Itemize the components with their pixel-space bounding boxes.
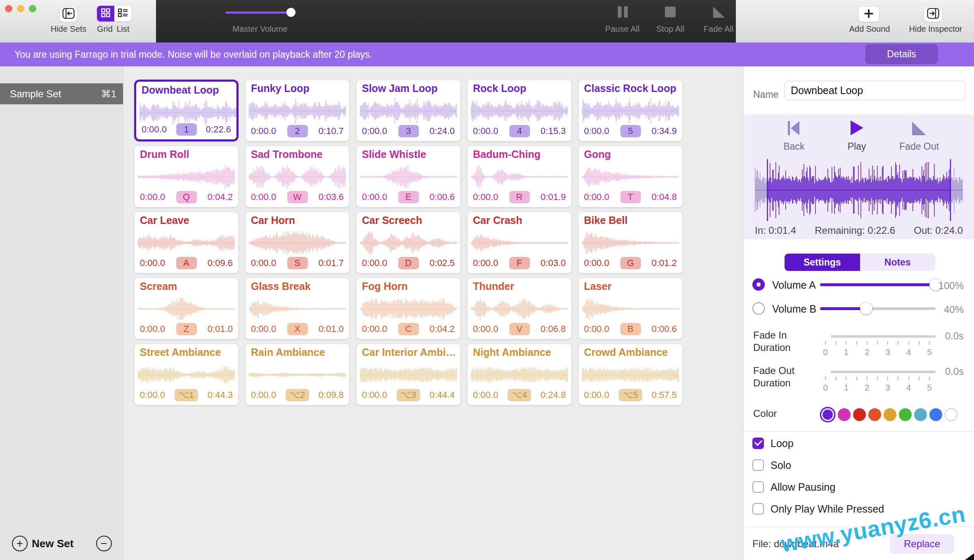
volume-b-slider[interactable] bbox=[820, 302, 936, 315]
sound-meta: 0:00.0 ⌥4 0:24.8 bbox=[473, 389, 566, 401]
sound-tile[interactable]: Car Leave 0:00.0 A 0:09.6 bbox=[134, 212, 239, 273]
sound-duration: 0:00.6 bbox=[652, 324, 677, 334]
hide-inspector-icon bbox=[927, 8, 939, 21]
sound-tile[interactable]: Funky Loop 0:00.0 2 0:10.7 bbox=[245, 80, 350, 141]
sound-tile[interactable]: Car Screech 0:00.0 D 0:02.5 bbox=[356, 212, 461, 273]
sound-tile[interactable]: Street Ambiance 0:00.0 ⌥1 0:44.3 bbox=[134, 344, 239, 405]
trial-banner-text: You are using Farrago in trial mode. Noi… bbox=[14, 49, 372, 60]
sound-tile[interactable]: Thunder 0:00.0 V 0:06.8 bbox=[467, 278, 572, 339]
sound-start-time: 0:00.0 bbox=[140, 192, 165, 202]
hide-inspector-button[interactable] bbox=[924, 7, 942, 22]
sound-start-time: 0:00.0 bbox=[362, 258, 387, 268]
sound-key-badge: 3 bbox=[398, 125, 419, 137]
slider-knob[interactable] bbox=[860, 302, 872, 315]
color-swatch[interactable] bbox=[821, 408, 834, 421]
color-swatch[interactable] bbox=[929, 408, 942, 421]
remove-set-button[interactable]: − bbox=[96, 536, 112, 551]
tick-label: 1 bbox=[844, 347, 849, 357]
details-button[interactable]: Details bbox=[865, 45, 938, 64]
sound-waveform bbox=[360, 361, 457, 388]
sound-tile[interactable]: Bike Bell 0:00.0 G 0:01.2 bbox=[578, 212, 683, 273]
volume-b-radio[interactable] bbox=[752, 302, 765, 315]
sound-tile[interactable]: Badum-Ching 0:00.0 R 0:01.9 bbox=[467, 146, 572, 207]
sound-tile[interactable]: Slide Whistle 0:00.0 E 0:00.6 bbox=[356, 146, 461, 207]
sound-tile[interactable]: Glass Break 0:00.0 X 0:01.0 bbox=[245, 278, 350, 339]
sound-tile[interactable]: Rock Loop 0:00.0 4 0:15.3 bbox=[467, 80, 572, 141]
fade-out-icon bbox=[911, 130, 927, 137]
master-volume-slider[interactable] bbox=[225, 12, 292, 14]
unchecked-checkbox[interactable] bbox=[752, 481, 764, 493]
master-volume-knob[interactable] bbox=[286, 8, 296, 17]
sound-tile[interactable]: Fog Horn 0:00.0 C 0:04.2 bbox=[356, 278, 461, 339]
sound-start-time: 0:00.0 bbox=[140, 258, 165, 268]
grid-view-button[interactable] bbox=[97, 6, 114, 21]
tab-settings[interactable]: Settings bbox=[785, 254, 860, 271]
sound-meta: 0:00.0 2 0:10.7 bbox=[251, 125, 344, 137]
play-button[interactable]: Play bbox=[826, 120, 888, 152]
sound-tile[interactable]: Rain Ambiance 0:00.0 ⌥2 0:09.8 bbox=[245, 344, 350, 405]
fade-out-slider[interactable] bbox=[820, 371, 936, 373]
sidebar-item-sample-set[interactable]: Sample Set ⌘1 bbox=[0, 83, 123, 104]
pause-all-icon[interactable] bbox=[617, 6, 629, 19]
sound-tile[interactable]: Downbeat Loop 0:00.0 1 0:22.6 bbox=[134, 80, 239, 141]
sound-tile[interactable]: Laser 0:00.0 B 0:00.6 bbox=[578, 278, 683, 339]
sound-tile[interactable]: Car Interior Ambi… 0:00.0 ⌥3 0:44.4 bbox=[356, 344, 461, 405]
sound-tile[interactable]: Gong 0:00.0 T 0:04.8 bbox=[578, 146, 683, 207]
master-volume-label: Master Volume bbox=[231, 24, 289, 34]
sound-tile[interactable]: Night Ambiance 0:00.0 ⌥4 0:24.8 bbox=[467, 344, 572, 405]
color-swatch[interactable] bbox=[899, 408, 912, 421]
color-swatch[interactable] bbox=[853, 408, 866, 421]
sound-meta: 0:00.0 R 0:01.9 bbox=[473, 191, 566, 203]
sound-tile[interactable]: Car Horn 0:00.0 S 0:01.7 bbox=[245, 212, 350, 273]
sound-duration: 0:02.5 bbox=[430, 258, 455, 268]
tab-notes[interactable]: Notes bbox=[860, 254, 936, 271]
sound-tile[interactable]: Crowd Ambiance 0:00.0 ⌥5 0:57.5 bbox=[578, 344, 683, 405]
name-input[interactable] bbox=[785, 81, 965, 100]
fade-in-slider[interactable] bbox=[820, 335, 936, 338]
tick-mark bbox=[835, 341, 836, 345]
inspector-waveform[interactable] bbox=[755, 159, 963, 221]
close-button[interactable] bbox=[5, 5, 12, 12]
sound-tile[interactable]: Slow Jam Loop 0:00.0 3 0:24.0 bbox=[356, 80, 461, 141]
stop-all-icon[interactable] bbox=[665, 7, 676, 17]
list-view-button[interactable] bbox=[114, 6, 132, 21]
sound-tile[interactable]: Classic Rock Loop 0:00.0 5 0:34.9 bbox=[578, 80, 683, 141]
new-set-button[interactable]: + bbox=[12, 536, 28, 551]
sound-duration: 0:22.6 bbox=[206, 124, 231, 135]
sound-waveform bbox=[360, 163, 457, 191]
sound-title: Car Crash bbox=[473, 214, 522, 226]
color-swatch[interactable] bbox=[945, 408, 957, 421]
sound-meta: 0:00.0 3 0:24.0 bbox=[362, 125, 455, 137]
volume-a-radio[interactable] bbox=[752, 278, 765, 291]
divider bbox=[743, 431, 974, 432]
sound-start-time: 0:00.0 bbox=[584, 258, 609, 268]
sound-tile[interactable]: Sad Trombone 0:00.0 W 0:03.6 bbox=[245, 146, 350, 207]
unchecked-checkbox[interactable] bbox=[752, 459, 764, 471]
back-button[interactable]: Back bbox=[763, 120, 825, 152]
hide-sets-button[interactable] bbox=[60, 7, 77, 22]
color-swatch[interactable] bbox=[838, 408, 851, 421]
sound-tile[interactable]: Scream 0:00.0 Z 0:01.0 bbox=[134, 278, 239, 339]
fade-all-icon[interactable] bbox=[713, 6, 725, 20]
unchecked-checkbox[interactable] bbox=[752, 503, 764, 515]
sound-duration: 0:00.6 bbox=[430, 192, 455, 202]
volume-a-slider[interactable] bbox=[820, 278, 936, 291]
color-swatch[interactable] bbox=[914, 408, 927, 421]
sound-tile[interactable]: Car Crash 0:00.0 F 0:03.0 bbox=[467, 212, 572, 273]
color-swatch[interactable] bbox=[884, 408, 896, 421]
checked-checkbox[interactable] bbox=[752, 438, 764, 449]
fade-out-button[interactable]: Fade Out bbox=[888, 120, 950, 152]
sound-tile[interactable]: Drum Roll 0:00.0 Q 0:04.2 bbox=[134, 146, 239, 207]
sound-key-badge: G bbox=[620, 257, 641, 269]
sound-duration: 0:01.0 bbox=[208, 324, 233, 334]
minimize-button[interactable] bbox=[17, 5, 24, 12]
sound-meta: 0:00.0 S 0:01.7 bbox=[251, 257, 344, 269]
hide-sets-label: Hide Sets bbox=[44, 24, 93, 34]
zoom-button[interactable] bbox=[29, 5, 36, 12]
color-swatch[interactable] bbox=[868, 408, 881, 421]
add-sound-button[interactable] bbox=[858, 7, 879, 22]
sound-start-time: 0:00.0 bbox=[584, 126, 609, 136]
sound-start-time: 0:00.0 bbox=[140, 324, 165, 334]
sound-title: Gong bbox=[584, 148, 611, 160]
sound-key-badge: 5 bbox=[620, 125, 641, 137]
